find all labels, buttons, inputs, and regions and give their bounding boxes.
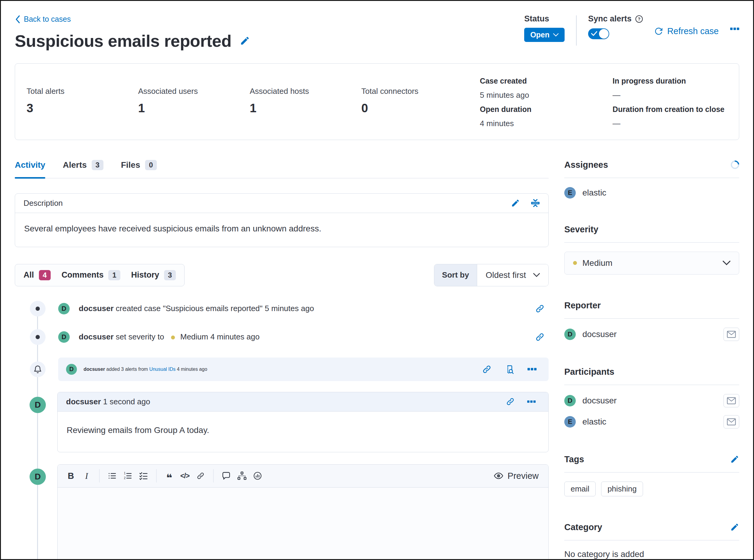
event-description: set severity to [116, 332, 164, 341]
envelope-icon [727, 397, 736, 404]
check-icon [591, 31, 597, 36]
envelope-icon [727, 331, 736, 338]
stat-label: Total connectors [361, 86, 473, 96]
code-button[interactable]: </> [177, 468, 193, 484]
edit-description-button[interactable] [511, 199, 520, 207]
event-time: 4 minutes ago [177, 366, 207, 372]
insert-link-button[interactable] [193, 468, 208, 484]
edit-tags-button[interactable] [730, 455, 739, 464]
tab-files[interactable]: Files 0 [121, 160, 157, 178]
pencil-icon [730, 455, 739, 464]
case-tabs: Activity Alerts 3 Files 0 [15, 160, 549, 178]
tab-label: Files [121, 160, 140, 170]
status-label: Status [524, 14, 565, 23]
copy-link-button[interactable] [535, 333, 544, 342]
stat-label: Associated users [138, 86, 250, 96]
event-text: docsuser set severity to Medium 4 minute… [79, 332, 260, 342]
copy-link-button[interactable] [535, 304, 544, 313]
unusual-ids-link[interactable]: Unusual IDs [149, 366, 176, 372]
bell-icon [33, 365, 42, 374]
insert-investigation-button[interactable] [234, 468, 250, 484]
stat-value: 3 [26, 101, 138, 115]
edit-category-button[interactable] [730, 523, 739, 532]
case-sidebar: Assignees E elastic Severity [564, 160, 739, 560]
sync-alerts-toggle[interactable] [588, 28, 609, 39]
tab-activity[interactable]: Activity [15, 160, 45, 178]
event-username: docsuser [79, 304, 114, 313]
toolbar-divider [156, 469, 157, 482]
bold-button[interactable]: B [63, 468, 79, 484]
markdown-editor-card: B I 12 [57, 464, 549, 560]
back-to-cases-link[interactable]: Back to cases [15, 15, 71, 23]
timeline-event-alerts-added: D docsuser added 3 alerts from Unusual I… [15, 358, 549, 381]
assignees-section: Assignees E elastic [564, 160, 739, 199]
status-value: Open [530, 31, 550, 39]
quote-icon: ❝ [166, 473, 172, 483]
case-actions-menu-button[interactable] [730, 27, 739, 31]
email-user-button[interactable] [724, 415, 739, 428]
markdown-toolbar: B I 12 [58, 465, 548, 487]
activity-filters: All 4 Comments 1 History 3 [15, 264, 185, 286]
loading-spinner [729, 159, 741, 171]
sort-by-select[interactable]: Sort by Oldest first [434, 264, 549, 286]
tab-label: Alerts [63, 160, 86, 170]
lens-chart-icon [253, 471, 262, 480]
unordered-list-button[interactable] [104, 468, 120, 484]
italic-button[interactable]: I [79, 468, 95, 484]
email-user-button[interactable] [724, 328, 739, 341]
avatar: D [58, 331, 70, 343]
pencil-icon [511, 199, 520, 207]
collapse-description-button[interactable] [531, 199, 540, 207]
link-icon [535, 333, 544, 342]
question-circle-icon[interactable]: ? [635, 15, 643, 23]
header-actions: Status Open Sync alerts ? [524, 10, 739, 45]
stat-label: Associated hosts [250, 86, 361, 96]
section-divider [564, 318, 739, 319]
preview-button[interactable]: Preview [494, 471, 543, 481]
reporter-name: docsuser [583, 329, 617, 339]
filter-history-count-badge: 3 [164, 270, 176, 280]
filter-comments[interactable]: Comments 1 [62, 270, 120, 280]
svg-text:?: ? [638, 17, 640, 21]
code-icon: </> [180, 472, 189, 480]
stat-total-connectors: Total connectors 0 [361, 74, 473, 131]
toggle-knob [599, 29, 609, 39]
ellipsis-boxes-icon [527, 400, 536, 404]
comment-actions-menu-button[interactable] [527, 400, 536, 404]
stat-value: 1 [138, 101, 250, 115]
stat-total-alerts: Total alerts 3 [26, 74, 138, 131]
filter-comments-count-badge: 1 [108, 270, 120, 280]
refresh-icon [654, 27, 663, 36]
meta-label: Case created [480, 74, 584, 88]
filter-all[interactable]: All 4 [23, 270, 51, 280]
meta-label: In progress duration [613, 74, 725, 88]
show-alert-details-button[interactable] [505, 364, 514, 374]
severity-select[interactable]: Medium [564, 252, 739, 275]
filter-history[interactable]: History 3 [131, 270, 176, 280]
status-dropdown-button[interactable]: Open [524, 28, 565, 42]
insert-timeline-button[interactable] [218, 468, 234, 484]
alert-actions-menu-button[interactable] [528, 367, 536, 372]
header-left: Back to cases Suspicious emails reported [15, 10, 250, 51]
comment-editor-textarea[interactable] [58, 487, 548, 560]
checklist-icon [139, 472, 148, 480]
stat-value: 0 [361, 101, 473, 115]
copy-link-button[interactable] [506, 397, 514, 406]
edit-title-button[interactable] [240, 36, 250, 46]
participant-name: docsuser [583, 396, 617, 405]
pencil-icon [730, 523, 739, 532]
ordered-list-button[interactable]: 12 [120, 468, 136, 484]
tab-alerts[interactable]: Alerts 3 [63, 160, 103, 178]
event-description: added 3 alerts from [106, 366, 148, 372]
insert-visualization-button[interactable] [250, 468, 265, 484]
email-user-button[interactable] [724, 394, 739, 407]
refresh-case-button[interactable]: Refresh case [654, 26, 719, 36]
avatar: E [564, 416, 576, 427]
participant-row: E elastic [564, 415, 739, 428]
toolbar-divider [99, 469, 100, 482]
category-section: Category No category is added [564, 522, 739, 559]
task-list-button[interactable] [136, 468, 151, 484]
copy-link-button[interactable] [482, 365, 491, 374]
quote-button[interactable]: ❝ [161, 468, 177, 484]
tag-badge: phishing [601, 482, 643, 496]
